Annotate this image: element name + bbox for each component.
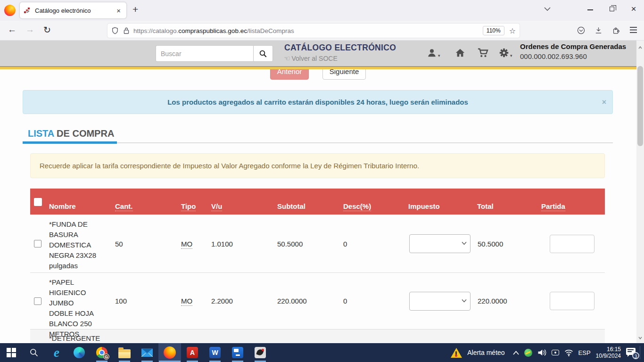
internet-explorer-icon: e <box>54 346 59 360</box>
notification-center-button[interactable]: 3 <box>626 348 636 357</box>
subtotal-value: 50.5000 <box>277 240 343 248</box>
page-scrollbar[interactable] <box>636 41 644 343</box>
extensions-puzzle-icon[interactable] <box>612 26 620 34</box>
search-icon <box>29 348 39 357</box>
home-button[interactable] <box>455 48 465 58</box>
taskbar-java-app-button[interactable] <box>249 343 272 362</box>
firefox-icon <box>164 346 176 359</box>
show-desktop-divider[interactable] <box>640 346 640 359</box>
settings-menu-button[interactable]: ▾ <box>499 48 512 58</box>
reload-button[interactable]: ↻ <box>43 25 51 35</box>
taskbar-ie-button[interactable]: e <box>45 343 68 362</box>
tipo-value[interactable]: MO <box>181 297 211 305</box>
user-icon <box>427 48 437 58</box>
search-input[interactable] <box>156 45 253 62</box>
total-value: 220.0000 <box>473 297 541 305</box>
volume-icon[interactable] <box>537 349 546 356</box>
back-button[interactable]: ← <box>8 25 17 35</box>
total-value: 50.5000 <box>473 240 541 248</box>
cart-expiry-alert: Los productos agregados al carrito estar… <box>23 90 613 114</box>
select-all-checkbox[interactable] <box>34 198 42 206</box>
zoom-level-badge[interactable]: 110% <box>483 26 504 35</box>
google-badge-icon: G <box>103 354 109 360</box>
scroll-down-icon[interactable] <box>638 333 642 341</box>
col-desc[interactable]: Desc(%) <box>343 189 405 214</box>
tray-time: 16:15 <box>596 346 621 353</box>
cart-button[interactable] <box>477 48 488 58</box>
taskbar-edge-button[interactable] <box>68 343 91 362</box>
col-tipo[interactable]: Tipo <box>181 189 211 214</box>
browser-navbar: ← → ↻ https://catalogo.compraspublicas.g… <box>0 21 644 41</box>
new-tab-button[interactable]: + <box>132 4 138 15</box>
taskbar-acrobat-button[interactable]: A <box>181 343 204 362</box>
pocket-icon[interactable] <box>577 26 585 34</box>
vu-value: 1.0100 <box>211 240 277 248</box>
col-cant[interactable]: Cant. <box>115 189 181 214</box>
product-name: *FUNDA DE BASURA DOMESTICA NEGRA 23X28 p… <box>49 219 99 271</box>
downloads-icon[interactable] <box>594 26 603 34</box>
table-header-row: Nombre Cant. Tipo V/u Subtotal Desc(%) I… <box>30 189 605 214</box>
browser-tab-strip: Catálogo electrónico × + × <box>0 0 644 21</box>
tray-chevron-up-icon[interactable] <box>513 351 519 355</box>
antivirus-tray-icon[interactable] <box>524 349 532 357</box>
vu-value: 2.2000 <box>211 297 277 305</box>
window-minimize-button[interactable] <box>584 4 597 12</box>
partida-input[interactable] <box>550 235 594 253</box>
alert-close-icon[interactable]: × <box>602 90 606 114</box>
taskbar-blue-app-button[interactable] <box>226 343 249 362</box>
gear-icon <box>499 48 509 58</box>
col-total: Total <box>473 189 541 214</box>
desc-value: 0 <box>343 240 405 248</box>
screen: Catálogo electrónico × + × ← → ↻ https:/… <box>0 0 644 362</box>
partida-input[interactable] <box>550 292 594 310</box>
menu-hamburger-icon[interactable] <box>629 26 637 33</box>
bookmark-star-icon[interactable]: ☆ <box>509 26 516 35</box>
user-menu-button[interactable]: ▾ <box>427 48 440 58</box>
col-vu[interactable]: V/u <box>211 189 277 214</box>
impuesto-select[interactable] <box>409 292 471 311</box>
clock-widget[interactable]: 16:15 10/9/2024 <box>596 346 621 359</box>
scrollbar-thumb[interactable] <box>637 66 643 146</box>
search-button[interactable] <box>253 45 273 62</box>
row-checkbox[interactable] <box>34 240 41 247</box>
weather-alert-widget[interactable]: Alerta méteo <box>451 348 507 358</box>
firefox-logo-icon[interactable] <box>4 5 16 16</box>
wifi-icon[interactable] <box>564 349 573 356</box>
blue-app-icon <box>232 347 243 358</box>
taskbar-mail-button[interactable] <box>136 343 158 362</box>
impuesto-select[interactable] <box>409 234 471 253</box>
volver-al-soce-link[interactable]: ☜Volver al SOCE <box>284 54 338 63</box>
scroll-up-icon[interactable] <box>638 42 642 51</box>
file-explorer-icon <box>118 349 131 358</box>
tipo-value[interactable]: MO <box>181 240 211 248</box>
taskbar-chrome-button[interactable]: G <box>91 343 113 362</box>
browser-tab[interactable]: Catálogo electrónico × <box>20 2 126 18</box>
lock-icon[interactable] <box>123 27 130 34</box>
list-tabs-chevron-icon[interactable] <box>544 7 557 11</box>
window-restore-button[interactable] <box>605 7 619 11</box>
taskbar-word-button[interactable]: W <box>204 343 226 362</box>
row-checkbox[interactable] <box>34 297 41 305</box>
purchase-list-table: Nombre Cant. Tipo V/u Subtotal Desc(%) I… <box>30 189 605 345</box>
taskbar-search-button[interactable] <box>23 343 45 362</box>
connect-display-icon[interactable] <box>552 350 559 355</box>
home-icon <box>455 48 465 58</box>
java-app-icon <box>255 347 266 358</box>
shield-icon[interactable] <box>111 27 119 34</box>
tab-close-icon[interactable]: × <box>115 7 122 15</box>
title-accent-bar <box>23 141 117 144</box>
url-bar[interactable]: https://catalogo.compraspublicas.gob.ec/… <box>107 24 520 38</box>
taskbar-explorer-button[interactable] <box>113 343 136 362</box>
taskbar-firefox-button[interactable] <box>158 343 181 362</box>
tab-favicon-icon <box>24 7 31 14</box>
cart-icon <box>477 48 488 58</box>
start-button[interactable] <box>0 343 23 362</box>
window-close-button[interactable]: × <box>627 4 640 14</box>
search-icon <box>259 49 267 58</box>
col-partida[interactable]: Partida <box>541 189 605 214</box>
language-indicator[interactable]: ESP <box>578 349 591 356</box>
col-impuesto: Impuesto <box>405 189 473 214</box>
cant-value: 100 <box>115 297 181 305</box>
forward-button[interactable]: → <box>25 25 34 35</box>
product-name: *DETERGENTE <box>49 333 110 344</box>
